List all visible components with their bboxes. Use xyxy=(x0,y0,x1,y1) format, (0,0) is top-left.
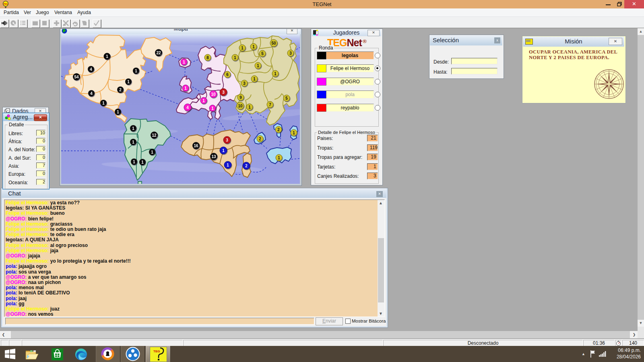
svg-text:1: 1 xyxy=(234,56,236,60)
svg-text:1: 1 xyxy=(106,54,108,59)
svg-text:1: 1 xyxy=(257,64,259,68)
svg-text:10: 10 xyxy=(211,92,216,97)
svg-text:3: 3 xyxy=(289,51,292,56)
svg-text:54: 54 xyxy=(74,75,79,79)
svg-text:9: 9 xyxy=(239,95,242,100)
svg-text:4: 4 xyxy=(90,67,92,72)
svg-text:12: 12 xyxy=(152,133,157,138)
svg-text:1: 1 xyxy=(102,101,105,105)
svg-text:10: 10 xyxy=(238,104,243,108)
svg-text:TEG: TEG xyxy=(4,3,8,5)
svg-text:5: 5 xyxy=(285,96,288,101)
svg-text:1: 1 xyxy=(141,160,144,165)
svg-text:2: 2 xyxy=(277,128,280,132)
svg-text:1: 1 xyxy=(117,110,119,114)
svg-text:1: 1 xyxy=(183,60,185,64)
svg-text:2: 2 xyxy=(245,164,248,168)
svg-text:1: 1 xyxy=(135,69,137,73)
svg-text:1: 1 xyxy=(184,86,187,90)
svg-text:4: 4 xyxy=(186,105,189,110)
svg-text:6: 6 xyxy=(226,72,229,77)
svg-text:8: 8 xyxy=(206,56,209,60)
svg-text:1: 1 xyxy=(248,105,251,109)
svg-text:TEG: TEG xyxy=(153,350,160,353)
svg-text:1: 1 xyxy=(253,77,256,81)
svg-text:1: 1 xyxy=(222,148,225,153)
svg-text:1: 1 xyxy=(151,150,153,154)
svg-text:50: 50 xyxy=(271,41,276,45)
svg-text:1: 1 xyxy=(293,131,295,135)
svg-text:2: 2 xyxy=(259,137,261,141)
svg-text:22: 22 xyxy=(156,51,161,55)
svg-text:1: 1 xyxy=(132,140,134,144)
svg-text:2: 2 xyxy=(119,88,122,92)
svg-text:7: 7 xyxy=(269,103,271,107)
svg-text:13: 13 xyxy=(211,154,216,159)
svg-text:3: 3 xyxy=(243,81,246,86)
svg-text:1: 1 xyxy=(127,80,130,84)
svg-text:1: 1 xyxy=(133,160,135,164)
svg-text:16: 16 xyxy=(194,144,198,148)
svg-text:1: 1 xyxy=(274,72,277,76)
svg-text:1: 1 xyxy=(252,45,255,49)
svg-text:1: 1 xyxy=(278,156,280,160)
svg-text:1: 1 xyxy=(202,99,205,103)
svg-text:5: 5 xyxy=(261,51,264,56)
svg-text:1: 1 xyxy=(241,46,244,50)
svg-text:1: 1 xyxy=(227,163,229,167)
svg-text:3: 3 xyxy=(226,138,228,142)
svg-text:3: 3 xyxy=(222,90,225,95)
svg-text:4: 4 xyxy=(90,91,93,96)
svg-text:1: 1 xyxy=(211,106,214,111)
svg-text:1: 1 xyxy=(132,126,134,131)
